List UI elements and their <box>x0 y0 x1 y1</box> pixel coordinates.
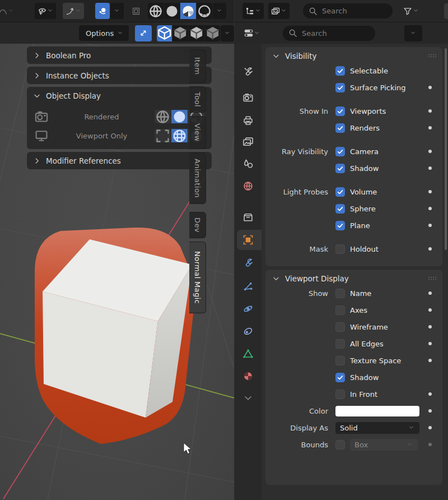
properties-tab-collection[interactable] <box>242 212 254 223</box>
panel-header-object-display[interactable]: Object Display <box>27 87 212 104</box>
animate-dot[interactable] <box>428 291 432 295</box>
checkbox-viewports[interactable] <box>335 107 345 116</box>
properties-tab-particles[interactable] <box>242 281 254 292</box>
falloff-curve-button[interactable] <box>0 3 17 19</box>
outliner-display-mode-button[interactable] <box>242 3 264 19</box>
clipped-button[interactable] <box>444 3 448 19</box>
outliner-search[interactable] <box>303 3 393 18</box>
sidebar-tab-dev[interactable]: Dev <box>189 212 206 238</box>
checkbox-all-edges[interactable] <box>335 339 345 349</box>
checkbox-volume[interactable] <box>335 187 345 197</box>
outliner-filter-images-button[interactable] <box>268 3 290 19</box>
shading-options-button[interactable] <box>213 3 226 19</box>
animate-dot[interactable] <box>428 443 432 446</box>
scrollbar[interactable] <box>445 48 447 250</box>
bounds-checkbox[interactable] <box>335 440 345 450</box>
properties-tab-view-layer[interactable] <box>242 136 254 147</box>
checkbox-plane[interactable] <box>335 221 345 230</box>
sidebar-tab-item[interactable]: Item <box>189 49 206 83</box>
animate-dot[interactable] <box>428 359 432 362</box>
face-mode-1-button[interactable] <box>157 25 173 41</box>
animate-dot[interactable] <box>428 392 432 396</box>
snap-arc-button[interactable] <box>63 3 84 19</box>
orbit-toggle-button[interactable] <box>95 3 110 19</box>
properties-editor-type-button[interactable] <box>241 25 263 41</box>
animate-dot[interactable] <box>428 207 432 210</box>
face-mode-4-button[interactable] <box>205 25 221 41</box>
bounds-select[interactable]: Box <box>350 439 418 451</box>
viewport-display-panel-header[interactable]: Viewport Display <box>265 270 442 287</box>
properties-tab-physics[interactable] <box>242 303 254 314</box>
properties-tab-tool[interactable] <box>242 66 254 77</box>
more-tabs-chevron[interactable] <box>242 392 254 404</box>
face-mode-3-button[interactable] <box>189 25 205 41</box>
face-mode-options-button[interactable] <box>221 25 234 41</box>
checkbox-surface-picking[interactable] <box>335 83 345 92</box>
sidebar-tab-view[interactable]: View <box>189 116 206 149</box>
sidebar-tab-tool[interactable]: Tool <box>189 86 206 113</box>
wire-globe-toggle[interactable] <box>155 110 171 123</box>
display-row-rendered[interactable]: Rendered <box>32 109 206 124</box>
panel-header-instance-objects[interactable]: Instance Objects <box>27 67 212 84</box>
outliner-filter-button[interactable] <box>400 3 422 19</box>
properties-search[interactable] <box>283 26 375 41</box>
solid-circle-toggle[interactable] <box>171 110 188 123</box>
properties-search-input[interactable] <box>301 29 370 38</box>
properties-tab-scene[interactable] <box>242 158 254 169</box>
checkbox-holdout[interactable] <box>335 244 345 254</box>
animate-dot[interactable] <box>428 342 432 345</box>
shading-wireframe-button[interactable] <box>148 3 164 19</box>
grid-globe-toggle[interactable] <box>171 129 188 142</box>
3d-viewport[interactable]: Boolean Pro Instance Objects Object Disp… <box>0 44 234 500</box>
properties-tab-constraints[interactable] <box>242 326 254 337</box>
drag-grip-icon[interactable] <box>428 276 437 281</box>
animate-dot[interactable] <box>428 86 432 89</box>
animate-dot[interactable] <box>428 409 432 413</box>
checkbox-sphere[interactable] <box>335 204 345 214</box>
sync-transform-button[interactable] <box>135 25 152 41</box>
sidebar-tab-animation[interactable]: Animation <box>189 152 206 204</box>
checkbox-renders[interactable] <box>335 123 345 133</box>
animate-dot[interactable] <box>428 224 432 227</box>
display-row-viewport-only[interactable]: Viewport Only <box>32 128 206 143</box>
sidebar-tab-normal-magic[interactable]: Normal Magic <box>189 242 206 313</box>
checkbox-in-front[interactable] <box>335 390 345 399</box>
animate-dot[interactable] <box>428 109 432 113</box>
outliner-search-input[interactable] <box>321 6 390 16</box>
animate-dot[interactable] <box>428 126 432 129</box>
properties-tab-object[interactable] <box>242 234 254 246</box>
shading-material-preview-button[interactable] <box>180 3 197 19</box>
properties-tab-modifiers[interactable] <box>242 257 254 268</box>
bounds-toggle[interactable] <box>155 129 171 142</box>
drag-grip-icon[interactable] <box>428 53 437 58</box>
checkbox-shadow[interactable] <box>335 373 345 382</box>
checkbox-wireframe[interactable] <box>335 322 345 332</box>
properties-tab-render[interactable] <box>242 92 254 103</box>
checkbox-selectable[interactable] <box>335 66 345 76</box>
properties-tab-output[interactable] <box>242 115 254 126</box>
checkbox-axes[interactable] <box>335 305 345 315</box>
options-dropdown[interactable]: Options <box>79 25 129 41</box>
shading-rendered-button[interactable] <box>197 3 212 19</box>
checkbox-texture-space[interactable] <box>335 356 345 365</box>
animate-dot[interactable] <box>428 166 432 170</box>
checkbox-camera[interactable] <box>335 147 345 156</box>
animate-dot[interactable] <box>428 247 432 251</box>
animate-dot[interactable] <box>428 150 432 153</box>
shading-solid-button[interactable] <box>164 3 180 19</box>
animate-dot[interactable] <box>428 190 432 193</box>
panel-header-modifier-references[interactable]: Modifier References <box>27 152 212 169</box>
properties-tab-object-data[interactable] <box>242 348 254 359</box>
animate-dot[interactable] <box>428 426 432 429</box>
visibility-panel-header[interactable]: Visibility <box>265 47 442 64</box>
display-as-select[interactable]: Solid <box>335 422 419 434</box>
select-mode-button[interactable] <box>35 3 56 19</box>
panel-header-boolean-pro[interactable]: Boolean Pro <box>27 47 212 64</box>
properties-tab-material[interactable] <box>242 371 254 382</box>
animate-dot[interactable] <box>428 308 432 312</box>
orbit-options-button[interactable] <box>110 3 124 19</box>
properties-options-button[interactable] <box>404 25 422 41</box>
checkbox-name[interactable] <box>335 289 345 298</box>
color-swatch[interactable] <box>335 406 419 416</box>
face-mode-2-button[interactable] <box>172 25 189 41</box>
